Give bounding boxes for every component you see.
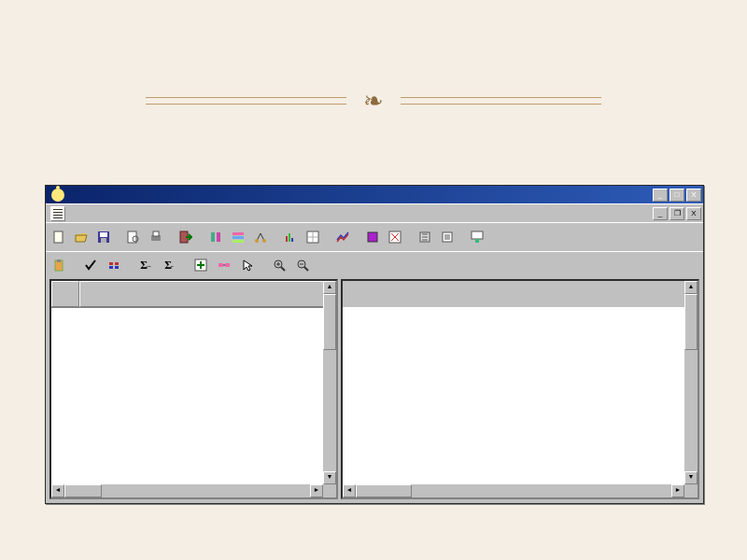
sigma2-icon[interactable]: Σ. xyxy=(159,255,179,275)
mdi-restore-button[interactable]: ❐ xyxy=(669,207,684,220)
tool-h-icon[interactable] xyxy=(415,227,435,247)
h-scrollbar[interactable]: ◄ ► xyxy=(343,484,698,497)
svg-rect-31 xyxy=(115,262,119,265)
minimize-button[interactable]: _ xyxy=(653,189,668,202)
link-icon[interactable] xyxy=(214,255,234,275)
svg-rect-26 xyxy=(475,239,479,243)
ornament: ❧ xyxy=(0,89,747,113)
check-icon[interactable] xyxy=(80,255,101,275)
tool-f-icon[interactable] xyxy=(362,227,383,247)
tool-j-icon[interactable] xyxy=(467,227,487,247)
tool-a-icon[interactable] xyxy=(205,227,226,247)
svg-rect-30 xyxy=(109,266,113,269)
svg-point-15 xyxy=(262,239,266,243)
maximize-button[interactable]: □ xyxy=(669,189,684,202)
open-icon[interactable] xyxy=(71,227,92,247)
zoom-out-icon[interactable] xyxy=(292,255,313,275)
toolbar-1 xyxy=(46,222,703,251)
svg-rect-28 xyxy=(57,259,61,262)
sigma1-icon[interactable]: Σ.. xyxy=(135,255,156,275)
svg-rect-29 xyxy=(109,262,113,265)
svg-rect-20 xyxy=(368,232,377,242)
svg-rect-25 xyxy=(472,231,483,239)
exit-icon[interactable] xyxy=(176,227,196,247)
app-window: _ □ X _ ❐ X xyxy=(45,185,704,504)
toolbar-2: Σ.. Σ. xyxy=(46,251,703,278)
svg-rect-17 xyxy=(289,233,290,242)
print-icon[interactable] xyxy=(146,227,166,247)
add-icon[interactable] xyxy=(190,255,211,275)
tool-c-icon[interactable] xyxy=(250,227,271,247)
svg-rect-7 xyxy=(153,231,159,236)
svg-rect-34 xyxy=(218,263,223,267)
mdi-minimize-button[interactable]: _ xyxy=(653,207,668,220)
svg-rect-10 xyxy=(217,232,220,242)
h-scrollbar[interactable]: ◄ ► xyxy=(51,484,336,497)
mdi-close-button[interactable]: X xyxy=(686,207,701,220)
tool-k-icon[interactable] xyxy=(104,255,124,275)
svg-rect-24 xyxy=(444,234,450,240)
title-bar: _ □ X xyxy=(46,186,703,203)
tool-e-icon[interactable] xyxy=(303,227,323,247)
clipboard-icon[interactable] xyxy=(49,255,69,275)
svg-rect-11 xyxy=(233,232,244,235)
menu-bar: _ ❐ X xyxy=(46,203,703,222)
svg-rect-35 xyxy=(225,263,230,267)
tool-i-icon[interactable] xyxy=(437,227,458,247)
save-icon[interactable] xyxy=(93,227,114,247)
svg-rect-2 xyxy=(100,232,107,237)
new-icon[interactable] xyxy=(49,227,69,247)
svg-rect-4 xyxy=(128,231,136,243)
slide-title xyxy=(0,0,747,51)
pointer-icon[interactable] xyxy=(237,255,258,275)
col-header-num[interactable] xyxy=(51,281,79,307)
tool-chart-icon[interactable] xyxy=(332,227,353,247)
tool-b-icon[interactable] xyxy=(228,227,248,247)
svg-rect-18 xyxy=(291,238,293,242)
mdi-icon[interactable] xyxy=(50,206,65,221)
task-table-panel: ▲ ▼ ◄ ► xyxy=(49,279,338,499)
svg-rect-9 xyxy=(211,232,215,242)
close-button[interactable]: X xyxy=(686,189,701,202)
preview-icon[interactable] xyxy=(123,227,144,247)
svg-rect-16 xyxy=(286,236,288,242)
gantt-panel: ▲ ▼ ◄ ► xyxy=(341,279,699,499)
svg-rect-13 xyxy=(233,240,244,243)
svg-point-14 xyxy=(255,239,259,243)
v-scrollbar[interactable]: ▲ ▼ xyxy=(684,281,698,484)
col-header-name[interactable] xyxy=(79,281,336,307)
svg-rect-0 xyxy=(54,231,63,243)
svg-rect-3 xyxy=(101,238,106,243)
svg-rect-12 xyxy=(233,236,244,239)
tool-d-icon[interactable] xyxy=(280,227,301,247)
svg-rect-32 xyxy=(115,266,119,269)
v-scrollbar[interactable]: ▲ ▼ xyxy=(323,281,336,484)
tool-g-icon[interactable] xyxy=(385,227,405,247)
app-icon xyxy=(51,189,64,202)
zoom-in-icon[interactable] xyxy=(269,255,289,275)
